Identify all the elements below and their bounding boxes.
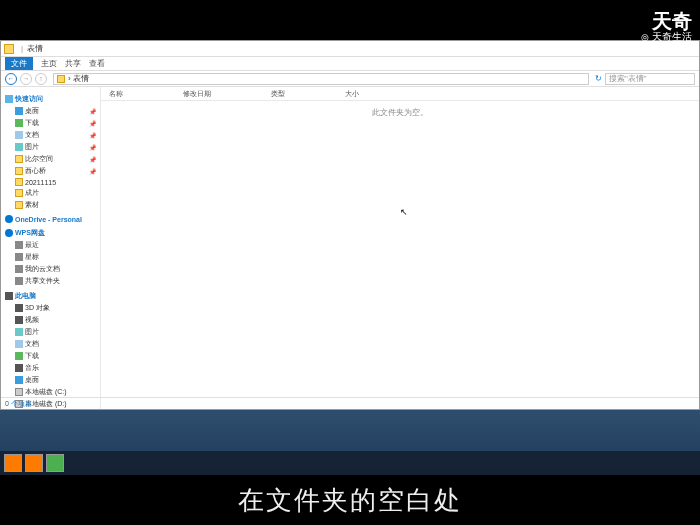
drive-icon bbox=[15, 388, 23, 396]
tab-file[interactable]: 文件 bbox=[5, 57, 33, 70]
sidebar-item-label: 比尔空间 bbox=[25, 154, 53, 164]
col-name[interactable]: 名称 bbox=[109, 89, 123, 99]
tab-home[interactable]: 主页 bbox=[41, 58, 57, 69]
nav-back-icon[interactable]: ← bbox=[5, 73, 17, 85]
titlebar[interactable]: | 表情 bbox=[1, 41, 699, 57]
sidebar-item[interactable]: 下载 bbox=[3, 350, 98, 362]
sidebar-wps[interactable]: WPS网盘 bbox=[3, 227, 98, 239]
sidebar-item-label: 视频 bbox=[25, 315, 39, 325]
search-input[interactable]: 搜索"表情" bbox=[605, 73, 695, 85]
sidebar-item[interactable]: 共享文件夹 bbox=[3, 275, 98, 287]
pc-icon bbox=[15, 304, 23, 312]
folder-icon bbox=[15, 189, 23, 197]
sidebar-item[interactable]: 成片 bbox=[3, 187, 98, 199]
sidebar-item-label: 我的云文档 bbox=[25, 264, 60, 274]
sidebar-item-label: 本地磁盘 (C:) bbox=[25, 387, 67, 397]
nav-forward-icon[interactable]: → bbox=[20, 73, 32, 85]
col-size[interactable]: 大小 bbox=[345, 89, 359, 99]
sidebar-item[interactable]: 视频 bbox=[3, 314, 98, 326]
sidebar-item[interactable]: 音乐 bbox=[3, 362, 98, 374]
star-icon bbox=[5, 95, 13, 103]
down-icon bbox=[15, 119, 23, 127]
cloud-icon bbox=[5, 215, 13, 223]
sidebar-item[interactable]: 桌面📌 bbox=[3, 105, 98, 117]
tab-share[interactable]: 共享 bbox=[65, 58, 81, 69]
taskbar-item[interactable] bbox=[46, 454, 64, 472]
address-row: ← → ↑ › 表情 ↻ 搜索"表情" bbox=[1, 71, 699, 87]
folder-icon bbox=[4, 44, 14, 54]
pc-icon bbox=[15, 316, 23, 324]
sidebar-item-label: 成片 bbox=[25, 188, 39, 198]
doc-icon bbox=[15, 340, 23, 348]
sidebar-item[interactable]: 星标 bbox=[3, 251, 98, 263]
link-icon bbox=[15, 253, 23, 261]
desktop-icon bbox=[15, 107, 23, 115]
sidebar-item[interactable]: 文档📌 bbox=[3, 129, 98, 141]
pin-icon: 📌 bbox=[89, 156, 96, 163]
tab-view[interactable]: 查看 bbox=[89, 58, 105, 69]
down-icon bbox=[15, 352, 23, 360]
sidebar-item[interactable]: 桌面 bbox=[3, 374, 98, 386]
pic-icon bbox=[15, 143, 23, 151]
file-list-area[interactable]: 名称 修改日期 类型 大小 此文件夹为空。 ↖ bbox=[101, 87, 699, 409]
pin-icon: 📌 bbox=[89, 168, 96, 175]
sidebar-item-label: 西心桥 bbox=[25, 166, 46, 176]
ribbon-tabs: 文件 主页 共享 查看 bbox=[1, 57, 699, 71]
folder-icon bbox=[15, 155, 23, 163]
sidebar-item[interactable]: 图片📌 bbox=[3, 141, 98, 153]
explorer-window: | 表情 文件 主页 共享 查看 ← → ↑ › 表情 ↻ 搜索"表情" 快速访… bbox=[0, 40, 700, 410]
folder-icon bbox=[15, 178, 23, 186]
pin-icon: 📌 bbox=[89, 120, 96, 127]
taskbar[interactable] bbox=[0, 451, 700, 475]
sidebar-item[interactable]: 素材 bbox=[3, 199, 98, 211]
breadcrumb[interactable]: › 表情 bbox=[68, 73, 89, 84]
desktop-icon bbox=[15, 376, 23, 384]
link-icon bbox=[15, 265, 23, 273]
sidebar: 快速访问 桌面📌下载📌文档📌图片📌比尔空间📌西心桥📌20211115成片素材 O… bbox=[1, 87, 101, 409]
sidebar-item-label: 最近 bbox=[25, 240, 39, 250]
folder-icon bbox=[15, 167, 23, 175]
sidebar-item[interactable]: 文档 bbox=[3, 338, 98, 350]
pin-icon: 📌 bbox=[89, 144, 96, 151]
taskbar-item[interactable] bbox=[25, 454, 43, 472]
sidebar-item-label: 20211115 bbox=[25, 179, 56, 186]
nav-up-icon[interactable]: ↑ bbox=[35, 73, 47, 85]
sidebar-item-label: 下载 bbox=[25, 118, 39, 128]
sidebar-item[interactable]: 最近 bbox=[3, 239, 98, 251]
pin-icon: 📌 bbox=[89, 132, 96, 139]
sidebar-item-label: 桌面 bbox=[25, 375, 39, 385]
address-bar[interactable]: › 表情 bbox=[53, 73, 589, 85]
pin-icon: 📌 bbox=[89, 108, 96, 115]
sidebar-thispc[interactable]: 此电脑 bbox=[3, 290, 98, 302]
sidebar-item[interactable]: 比尔空间📌 bbox=[3, 153, 98, 165]
sidebar-item-label: 文档 bbox=[25, 130, 39, 140]
taskbar-item[interactable] bbox=[4, 454, 22, 472]
sidebar-item[interactable]: 西心桥📌 bbox=[3, 165, 98, 177]
sidebar-item-label: 图片 bbox=[25, 327, 39, 337]
col-type[interactable]: 类型 bbox=[271, 89, 285, 99]
window-title: 表情 bbox=[27, 43, 43, 54]
sidebar-item-label: 3D 对象 bbox=[25, 303, 50, 313]
sidebar-item-label: 文档 bbox=[25, 339, 39, 349]
refresh-icon[interactable]: ↻ bbox=[595, 74, 602, 83]
sidebar-item-label: 下载 bbox=[25, 351, 39, 361]
pc-icon bbox=[5, 292, 13, 300]
sidebar-item[interactable]: 图片 bbox=[3, 326, 98, 338]
empty-folder-message: 此文件夹为空。 bbox=[372, 107, 428, 118]
sidebar-item-label: 图片 bbox=[25, 142, 39, 152]
sidebar-item-label: 音乐 bbox=[25, 363, 39, 373]
folder-icon bbox=[15, 201, 23, 209]
sidebar-item[interactable]: 3D 对象 bbox=[3, 302, 98, 314]
sidebar-item[interactable]: 20211115 bbox=[3, 177, 98, 187]
sidebar-item[interactable]: 下载📌 bbox=[3, 117, 98, 129]
status-bar: 0 个项目 bbox=[1, 397, 699, 409]
sidebar-item[interactable]: 我的云文档 bbox=[3, 263, 98, 275]
search-placeholder: 搜索"表情" bbox=[609, 73, 647, 84]
sidebar-onedrive[interactable]: OneDrive - Personal bbox=[3, 214, 98, 224]
link-icon bbox=[15, 241, 23, 249]
pic-icon bbox=[15, 328, 23, 336]
link-icon bbox=[15, 277, 23, 285]
col-date[interactable]: 修改日期 bbox=[183, 89, 211, 99]
sidebar-quick-access[interactable]: 快速访问 bbox=[3, 93, 98, 105]
column-headers[interactable]: 名称 修改日期 类型 大小 bbox=[101, 87, 699, 101]
